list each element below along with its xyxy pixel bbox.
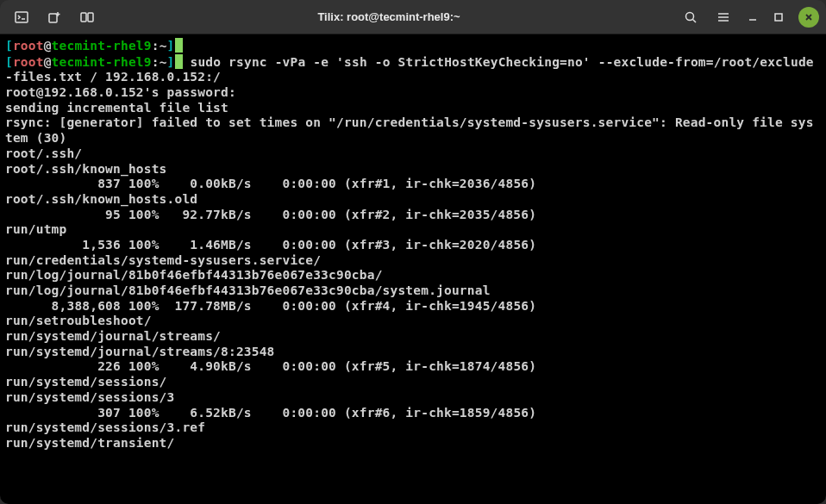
terminal-icon <box>15 10 28 24</box>
output-line: 8,388,608 100% 177.78MB/s 0:00:00 (xfr#4… <box>5 299 536 313</box>
hamburger-icon <box>716 10 730 24</box>
menu-button[interactable] <box>709 5 738 29</box>
output-line: run/log/journal/81b0f46efbf44313b76e067e… <box>5 268 383 282</box>
output-line: run/utmp <box>5 222 66 236</box>
output-line: sending incremental file list <box>5 101 228 115</box>
output-line: root/.ssh/ <box>5 146 82 160</box>
prompt-bracket-open: [ <box>5 39 13 53</box>
prompt-path: :~ <box>152 39 167 53</box>
output-line: root/.ssh/known_hosts <box>5 162 167 176</box>
svg-rect-2 <box>81 13 86 22</box>
cursor <box>175 38 183 53</box>
output-line: run/credentials/systemd-sysusers.service… <box>5 253 321 267</box>
prompt-bracket-close: ] <box>167 39 175 53</box>
minimize-button[interactable] <box>742 6 764 28</box>
output-line: rsync: [generator] failed to set times o… <box>5 115 814 145</box>
add-tab-icon <box>47 10 61 24</box>
window-title: Tilix: root@tecmint-rhel9:~ <box>102 10 676 23</box>
svg-rect-5 <box>775 14 782 21</box>
output-line: run/systemd/transient/ <box>5 436 174 450</box>
prompt-at: @ <box>44 39 52 53</box>
output-line: root/.ssh/known_hosts.old <box>5 192 197 206</box>
output-line: run/setroubleshoot/ <box>5 314 152 327</box>
titlebar: Tilix: root@tecmint-rhel9:~ <box>0 0 826 34</box>
output-line: 837 100% 0.00kB/s 0:00:00 (xfr#1, ir-chk… <box>5 177 536 190</box>
output-line: 307 100% 6.52kB/s 0:00:00 (xfr#6, ir-chk… <box>5 406 536 420</box>
output-line: 1,536 100% 1.46MB/s 0:00:00 (xfr#3, ir-c… <box>5 238 536 252</box>
output-line: run/log/journal/81b0f46efbf44313b76e067e… <box>5 283 491 297</box>
prompt-at: @ <box>44 55 52 69</box>
svg-rect-0 <box>16 12 28 22</box>
output-line: 226 100% 4.90kB/s 0:00:00 (xfr#5, ir-chk… <box>5 359 536 373</box>
new-session-button[interactable] <box>7 5 36 29</box>
terminal-output[interactable]: [root@tecmint-rhel9:~] [root@tecmint-rhe… <box>0 34 826 504</box>
titlebar-left-controls <box>7 5 102 29</box>
titlebar-right-controls <box>676 5 819 29</box>
split-button[interactable] <box>72 5 102 29</box>
output-line: run/systemd/sessions/3.ref <box>5 420 205 434</box>
output-line: run/systemd/sessions/ <box>5 375 167 389</box>
prompt-host: tecmint-rhel9 <box>52 55 152 69</box>
prompt-path: :~ <box>152 55 167 69</box>
prompt-bracket-close: ] <box>167 55 175 69</box>
output-line: root@192.168.0.152's password: <box>5 85 236 99</box>
output-line: run/systemd/sessions/3 <box>5 390 174 404</box>
svg-point-4 <box>686 12 694 20</box>
main-window: Tilix: root@tecmint-rhel9:~ [root@tecmin… <box>0 0 826 504</box>
search-icon <box>684 10 698 24</box>
prompt-bracket-open: [ <box>5 55 13 69</box>
cursor <box>175 54 183 69</box>
output-line: run/systemd/journal/streams/8:23548 <box>5 345 275 358</box>
svg-rect-3 <box>88 13 93 22</box>
output-line: 95 100% 92.77kB/s 0:00:00 (xfr#2, ir-chk… <box>5 208 536 221</box>
prompt-host: tecmint-rhel9 <box>52 39 152 53</box>
maximize-icon <box>773 12 784 22</box>
add-tab-button[interactable] <box>40 5 69 29</box>
prompt-user: root <box>13 55 44 69</box>
minimize-icon <box>748 12 758 22</box>
search-button[interactable] <box>676 5 705 29</box>
close-icon <box>804 13 813 22</box>
output-line: run/systemd/journal/streams/ <box>5 329 221 343</box>
prompt-user: root <box>13 39 44 53</box>
close-button[interactable] <box>798 7 819 28</box>
maximize-button[interactable] <box>767 6 790 28</box>
svg-rect-1 <box>49 14 57 22</box>
split-icon <box>80 10 94 24</box>
